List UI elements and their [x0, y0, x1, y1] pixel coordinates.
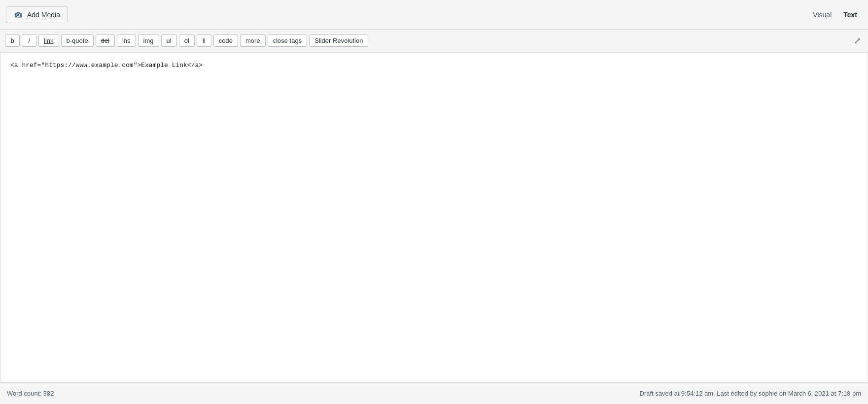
expand-icon[interactable]: ⤢: [852, 34, 863, 48]
status-bar: Word count: 382 Draft saved at 9:54:12 a…: [0, 382, 868, 404]
format-close-tags-button[interactable]: close tags: [268, 34, 308, 47]
add-media-icon: [13, 10, 23, 20]
tab-visual[interactable]: Visual: [808, 8, 836, 22]
format-italic-button[interactable]: i: [22, 34, 36, 47]
format-ins-button[interactable]: ins: [117, 34, 136, 47]
format-img-button[interactable]: img: [138, 34, 159, 47]
view-tabs: Visual Text: [808, 8, 862, 22]
word-count-value: 382: [43, 390, 54, 397]
word-count-label: Word count:: [7, 390, 41, 397]
format-bold-button[interactable]: b: [5, 34, 20, 47]
format-ol-button[interactable]: ol: [179, 34, 195, 47]
tab-text[interactable]: Text: [838, 8, 862, 22]
add-media-label: Add Media: [27, 11, 60, 19]
word-count: Word count: 382: [7, 390, 54, 397]
format-ul-button[interactable]: ul: [161, 34, 177, 47]
format-toolbar: b i link b-quote del ins img ul ol li co…: [0, 30, 868, 52]
draft-status: Draft saved at 9:54:12 am. Last edited b…: [640, 390, 862, 397]
format-link-button[interactable]: link: [38, 34, 59, 47]
editor-wrapper: Add Media Visual Text b i link b-quote d…: [0, 0, 868, 404]
format-more-button[interactable]: more: [240, 34, 266, 47]
add-media-button[interactable]: Add Media: [6, 6, 68, 23]
format-bquote-button[interactable]: b-quote: [61, 34, 94, 47]
top-toolbar: Add Media Visual Text: [0, 0, 868, 30]
text-editor-input[interactable]: [10, 61, 858, 374]
editor-area: [0, 52, 868, 382]
format-li-button[interactable]: li: [197, 34, 211, 47]
format-slider-revolution-button[interactable]: Slider Revolution: [309, 34, 368, 47]
format-code-button[interactable]: code: [213, 34, 238, 47]
format-del-button[interactable]: del: [96, 34, 115, 47]
format-buttons: b i link b-quote del ins img ul ol li co…: [5, 34, 368, 47]
